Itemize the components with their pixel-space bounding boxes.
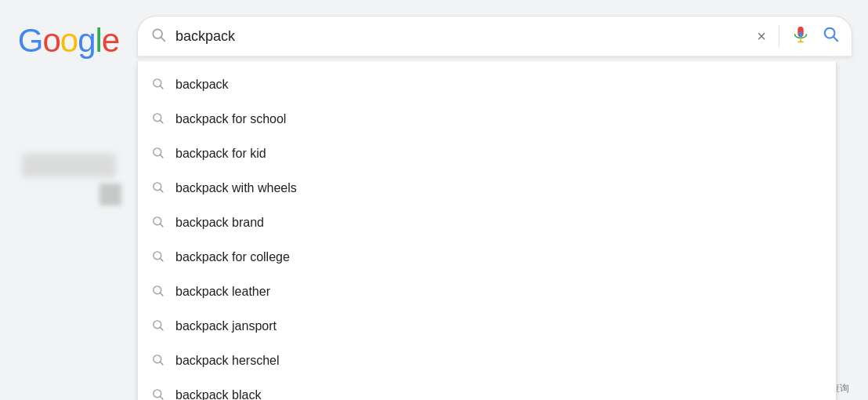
voice-search-button[interactable] (792, 25, 809, 47)
suggestion-search-icon-10 (150, 387, 165, 401)
logo-letter-g: G (18, 22, 43, 59)
suggestion-text-5: backpack brand (175, 216, 264, 230)
suggestion-text-6: backpack for college (175, 250, 290, 264)
suggestion-text-8: backpack jansport (175, 319, 277, 333)
logo-letter-o1: o (42, 22, 60, 59)
suggestion-search-icon-1 (150, 77, 165, 93)
svg-line-18 (160, 224, 163, 227)
logo-letter-o2: o (60, 22, 78, 59)
search-actions: × (757, 25, 839, 47)
suggestion-item-9[interactable]: backpack herschel (138, 344, 836, 378)
search-input[interactable] (175, 28, 750, 45)
suggestion-text-10: backpack black (175, 388, 261, 400)
suggestion-item-8[interactable]: backpack jansport (138, 309, 836, 344)
suggestion-item-6[interactable]: backpack for college (138, 240, 836, 275)
suggestion-text-7: backpack leather (175, 285, 270, 299)
main-area: × (137, 0, 868, 400)
logo-letter-l: l (96, 22, 102, 59)
vertical-divider (779, 25, 779, 47)
svg-line-26 (160, 362, 163, 365)
suggestion-search-icon-4 (150, 180, 165, 197)
suggestion-item-4[interactable]: backpack with wheels (138, 171, 836, 205)
svg-line-14 (160, 155, 163, 158)
svg-line-24 (160, 327, 163, 330)
google-logo: Google (18, 22, 119, 60)
svg-line-28 (160, 396, 163, 399)
svg-line-1 (161, 37, 165, 41)
suggestion-text-4: backpack with wheels (175, 181, 297, 195)
svg-line-10 (160, 85, 163, 89)
search-bar-wrapper: × (137, 16, 852, 56)
search-button[interactable] (822, 25, 839, 47)
svg-rect-4 (799, 32, 803, 37)
suggestion-text-1: backpack (175, 78, 229, 92)
suggestion-search-icon-5 (150, 215, 165, 231)
suggestion-text-2: backpack for school (175, 112, 286, 126)
svg-rect-3 (799, 27, 803, 31)
svg-line-12 (160, 120, 163, 123)
left-panel: Google (0, 0, 137, 400)
logo-letter-g2: g (78, 22, 95, 59)
sidebar-blurred-square (99, 184, 121, 205)
suggestion-text-3: backpack for kid (175, 147, 266, 161)
suggestion-text-9: backpack herschel (175, 354, 280, 368)
svg-line-22 (160, 293, 163, 296)
search-bar: × (137, 16, 852, 56)
clear-button[interactable]: × (757, 28, 766, 44)
svg-line-20 (160, 258, 163, 261)
suggestion-item-7[interactable]: backpack leather (138, 275, 836, 309)
suggestion-item-10[interactable]: backpack black (138, 378, 836, 400)
page-background: Google × (0, 0, 868, 400)
suggestion-search-icon-2 (150, 111, 165, 128)
svg-line-8 (834, 37, 837, 41)
sidebar-blurred-content (22, 154, 116, 177)
search-icon-left (150, 27, 166, 46)
suggestions-dropdown: backpack backpack for school (137, 61, 837, 400)
suggestion-item-2[interactable]: backpack for school (138, 102, 836, 136)
suggestion-item-5[interactable]: backpack brand (138, 205, 836, 240)
logo-letter-e: e (102, 22, 119, 59)
suggestion-search-icon-9 (150, 353, 165, 369)
suggestion-search-icon-6 (150, 249, 165, 266)
suggestion-search-icon-3 (150, 146, 165, 162)
suggestion-item-1[interactable]: backpack (138, 67, 836, 102)
suggestion-item-3[interactable]: backpack for kid (138, 136, 836, 171)
suggestion-search-icon-8 (150, 318, 165, 335)
svg-line-16 (160, 189, 163, 192)
suggestion-search-icon-7 (150, 284, 165, 300)
